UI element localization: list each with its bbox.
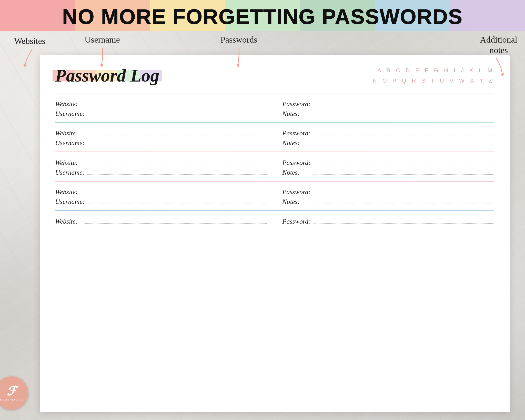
username-line-3 xyxy=(87,174,267,175)
entry-right-3: Password: Notes: xyxy=(282,159,494,178)
notes-field-2: Notes: xyxy=(282,139,494,147)
entry-right-5: Password: xyxy=(282,218,494,227)
website-line-3 xyxy=(85,165,267,165)
password-line-2 xyxy=(313,135,494,135)
entry-left-2: Website: Username: xyxy=(55,129,267,149)
username-label-2: Username: xyxy=(55,139,85,147)
websites-label: Websites xyxy=(14,36,45,46)
entry-block-1: Website: Username: Password: Notes: xyxy=(55,96,494,123)
entry-section-4: Website: Username: Password: Notes: xyxy=(55,184,494,208)
notes-field-4: Notes: xyxy=(282,198,494,206)
notes-field-1: Notes: xyxy=(282,110,494,118)
entry-section-5: Website: Password: xyxy=(55,214,494,227)
entry-block-4: Website: Username: Password: Notes: xyxy=(55,184,494,211)
username-line-2 xyxy=(87,145,267,145)
svg-marker-2 xyxy=(236,64,239,68)
password-label-1: Password: xyxy=(282,100,311,108)
entry-row-5: Website: Password: xyxy=(55,218,494,227)
notes-line-2 xyxy=(313,145,494,145)
logo-text: TEMPLATABLES xyxy=(0,398,23,401)
top-divider xyxy=(55,94,494,94)
password-label-2: Password: xyxy=(282,129,311,137)
website-label-3: Website: xyxy=(55,159,83,167)
password-label-5: Password: xyxy=(282,218,311,225)
entry-left-4: Website: Username: xyxy=(55,188,267,208)
website-label-4: Website: xyxy=(55,188,83,196)
additional-notes-arrow xyxy=(488,56,509,79)
divider-1 xyxy=(55,122,494,123)
divider-2 xyxy=(55,152,494,152)
entry-row-1: Website: Username: Password: Notes: xyxy=(55,100,494,120)
website-label-1: Website: xyxy=(55,100,83,108)
notes-line-4 xyxy=(313,204,494,204)
username-line-1 xyxy=(87,116,267,116)
divider-3 xyxy=(55,181,494,182)
website-field-1: Website: xyxy=(55,100,267,108)
entry-section-2: Website: Username: Password: Notes: xyxy=(55,125,494,149)
svg-marker-3 xyxy=(501,73,504,77)
svg-marker-1 xyxy=(100,64,103,68)
main-title: NO MORE FORGETTING PASSWORDS xyxy=(62,6,463,27)
username-field-2: Username: xyxy=(55,139,267,147)
svg-marker-0 xyxy=(23,64,26,67)
website-label-2: Website: xyxy=(55,129,83,137)
website-field-3: Website: xyxy=(55,159,267,167)
entry-section-3: Website: Username: Password: Notes: xyxy=(55,155,494,178)
username-field-4: Username: xyxy=(55,198,267,206)
notes-label-1: Notes: xyxy=(282,110,311,118)
entry-section-1: Website: Username: Password: Notes: xyxy=(55,96,494,120)
website-field-2: Website: xyxy=(55,129,267,137)
password-field-1: Password: xyxy=(282,100,494,108)
username-line-4 xyxy=(87,204,267,204)
password-line-5 xyxy=(313,223,494,224)
document: Password Log A B C D E F G H I J K L M N… xyxy=(40,55,510,412)
passwords-label-container: Passwords xyxy=(220,35,257,68)
websites-arrow xyxy=(19,46,40,69)
website-line-2 xyxy=(85,135,267,135)
entry-row-2: Website: Username: Password: Notes: xyxy=(55,129,494,149)
username-arrow xyxy=(93,45,111,68)
username-label-4: Username: xyxy=(55,198,85,206)
additional-notes-label: Additionalnotes xyxy=(480,35,517,56)
passwords-label: Passwords xyxy=(220,35,257,45)
websites-label-container: Websites xyxy=(14,36,45,69)
password-field-5: Password: xyxy=(282,218,494,225)
password-label-4: Password: xyxy=(282,188,311,196)
website-label-5: Website: xyxy=(55,218,83,225)
entry-left-1: Website: Username: xyxy=(55,100,267,120)
divider-4 xyxy=(55,210,494,211)
username-field-3: Username: xyxy=(55,169,267,176)
entry-block-3: Website: Username: Password: Notes: xyxy=(55,155,494,182)
website-field-4: Website: xyxy=(55,188,267,196)
entry-block-2: Website: Username: Password: Notes: xyxy=(55,125,494,152)
entry-row-4: Website: Username: Password: Notes: xyxy=(55,188,494,208)
entry-left-3: Website: Username: xyxy=(55,159,267,178)
notes-label-2: Notes: xyxy=(282,139,311,147)
passwords-arrow xyxy=(229,45,249,68)
heading-area: NO MORE FORGETTING PASSWORDS xyxy=(0,0,525,33)
username-label-1: Username: xyxy=(55,110,85,118)
entry-left-5: Website: xyxy=(55,218,267,227)
password-line-3 xyxy=(313,165,494,165)
password-field-4: Password: xyxy=(282,188,494,196)
notes-field-3: Notes: xyxy=(282,169,494,176)
website-line-1 xyxy=(85,106,267,106)
username-label: Username xyxy=(85,35,120,45)
username-label-3: Username: xyxy=(55,169,85,176)
password-line-1 xyxy=(313,106,494,106)
entry-right-4: Password: Notes: xyxy=(282,188,494,208)
entry-block-5: Website: Password: xyxy=(55,214,494,227)
additional-notes-label-container: Additionalnotes xyxy=(480,35,517,79)
entry-right-1: Password: Notes: xyxy=(282,100,494,120)
username-label-container: Username xyxy=(85,35,120,68)
password-field-3: Password: xyxy=(282,159,494,167)
website-field-5: Website: xyxy=(55,218,267,225)
notes-line-1 xyxy=(313,116,494,116)
notes-label-3: Notes: xyxy=(282,169,311,176)
logo-symbol: ℱ xyxy=(7,385,16,397)
password-field-2: Password: xyxy=(282,129,494,137)
website-line-4 xyxy=(85,194,267,194)
username-field-1: Username: xyxy=(55,110,267,118)
password-line-4 xyxy=(313,194,494,194)
notes-line-3 xyxy=(313,174,494,175)
